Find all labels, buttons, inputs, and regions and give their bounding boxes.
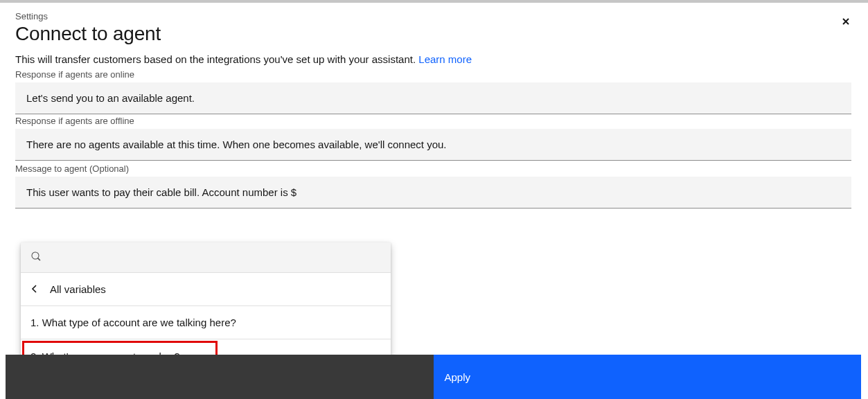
input-online-response[interactable] [15,82,851,114]
cancel-button[interactable] [6,355,434,399]
breadcrumb: Settings [15,11,851,21]
close-button[interactable] [835,11,857,33]
search-icon [30,251,42,265]
dropdown-back-label: All variables [50,283,106,295]
field-label-offline: Response if agents are offline [15,116,851,126]
variable-picker-dropdown: All variables 1. What type of account ar… [21,242,391,373]
description-text: This will transfer customers based on th… [15,53,416,65]
apply-button[interactable]: Apply [434,355,862,399]
modal-header: Settings Connect to agent [6,3,861,53]
close-icon [840,16,851,29]
input-offline-response[interactable] [15,129,851,161]
field-label-message: Message to agent (Optional) [15,163,851,174]
dropdown-search-input[interactable] [48,252,381,263]
description: This will transfer customers based on th… [6,53,861,68]
learn-more-link[interactable]: Learn more [418,53,472,65]
input-message-to-agent[interactable] [15,177,851,209]
field-offline: Response if agents are offline [6,114,861,161]
dropdown-item-account-type[interactable]: 1. What type of account are we talking h… [21,306,391,339]
modal-footer: Apply [6,355,861,399]
page-title: Connect to agent [15,23,851,45]
chevron-left-icon [30,283,50,295]
dropdown-back-all-variables[interactable]: All variables [21,273,391,306]
field-online: Response if agents are online [6,68,861,114]
field-label-online: Response if agents are online [15,69,851,80]
field-message: Message to agent (Optional) [6,162,861,209]
dropdown-search-row [21,242,391,273]
dropdown-item-label: 1. What type of account are we talking h… [30,317,236,328]
connect-to-agent-modal: Settings Connect to agent This will tran… [6,3,861,399]
